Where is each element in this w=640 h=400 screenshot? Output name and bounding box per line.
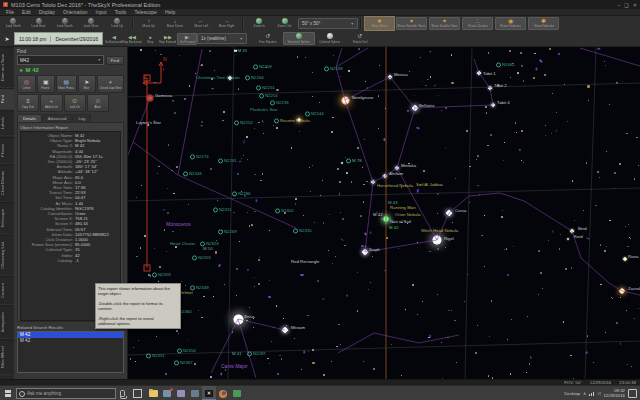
menu-display[interactable]: Display: [35, 9, 59, 15]
look-south-button[interactable]: Look South: [52, 16, 78, 31]
move-left-button[interactable]: ←Move Left: [188, 16, 214, 31]
start-button[interactable]: [0, 386, 16, 400]
look-north-button[interactable]: Look North: [0, 16, 26, 31]
app-icon-2[interactable]: [174, 386, 188, 400]
sidetab-labels[interactable]: Labels: [0, 110, 14, 136]
theskyx-taskbar-icon[interactable]: ✕: [202, 386, 216, 400]
related-results-list[interactable]: M 42M 42: [17, 331, 124, 373]
app-icon-3[interactable]: [188, 386, 202, 400]
step-forward-button[interactable]: ▶▶Step Forward: [159, 33, 177, 45]
sidetab-telescope[interactable]: Telescope: [0, 202, 14, 235]
show-galaxies-toggle[interactable]: ◉Show Galaxies: [495, 17, 526, 30]
sidetab-chart-elemts[interactable]: Chart Elemts: [0, 164, 14, 202]
add-to-list-button[interactable]: +Add to List: [40, 94, 62, 112]
step-backward-button[interactable]: ◀◀Step Backward: [123, 33, 141, 45]
slew-button[interactable]: ➤Slew: [78, 75, 97, 93]
sidetab-observing-list[interactable]: Observing List: [0, 235, 14, 276]
abort-button[interactable]: ⊘Abort: [87, 94, 109, 112]
look-up-button[interactable]: Look Up: [104, 16, 130, 31]
speaker-icon[interactable]: ◁: [597, 391, 600, 396]
app-icon-1[interactable]: [160, 386, 174, 400]
tray-chevron-icon[interactable]: ∧: [583, 391, 586, 396]
go-backward-button[interactable]: ◀Go Backward: [105, 33, 123, 45]
chevron-down-icon: ▼: [240, 37, 243, 41]
show-clusters-toggle[interactable]: ∴Show Clusters: [462, 17, 493, 30]
firefox-icon[interactable]: [216, 386, 230, 400]
tab-advanced[interactable]: Advanced: [42, 114, 73, 122]
chart-label-n2286: N2286: [232, 191, 251, 196]
chart-status-button[interactable]: ➤: [2, 33, 12, 44]
chart-label-m-50: M 50: [203, 247, 213, 252]
task-view-button[interactable]: [133, 389, 142, 398]
go-forward-button[interactable]: ▶Go Forward: [177, 33, 197, 45]
menu-input[interactable]: Input: [92, 9, 111, 15]
chart-label-n1662: N1662: [496, 62, 515, 67]
stop-button[interactable]: ●Stop: [141, 33, 159, 45]
rotate-tool-button[interactable]: ↺Rotate Tool: [345, 32, 375, 45]
tab-log[interactable]: Log: [72, 114, 91, 122]
terrestrial-sphere-button[interactable]: Terrestrial Sphere: [283, 32, 315, 45]
related-result-item[interactable]: M 42: [18, 338, 123, 344]
menu-help[interactable]: Help: [161, 9, 179, 15]
menu-file[interactable]: File: [2, 9, 18, 15]
menu-telescope[interactable]: Telescope: [130, 9, 161, 15]
chart-label-plaskett-s-star: Plaskett's Star: [250, 108, 277, 113]
copy-text-button[interactable]: ≡Copy Text: [17, 94, 39, 112]
tab-details[interactable]: Details: [17, 114, 42, 122]
move-up-button[interactable]: ↑Move Up: [136, 16, 162, 31]
file-explorer-icon[interactable]: [146, 386, 160, 400]
chart-label-m-42: M 42: [373, 213, 383, 218]
menu-orientation[interactable]: Orientation: [59, 9, 91, 15]
lock-on-button[interactable]: ⊙Lock On: [64, 94, 86, 112]
celestial-sphere-button[interactable]: Celestial Sphere: [315, 32, 345, 45]
sidetab-date-and-time[interactable]: Date and Time: [0, 47, 14, 88]
close-button[interactable]: ✕: [633, 2, 637, 8]
move-right-button[interactable]: →Move Right: [214, 16, 240, 31]
chart-label-heart-cluster: Heart Cluster: [170, 242, 195, 247]
closed-loop-slew-button[interactable]: ⌖Closed Loop Slew: [97, 75, 124, 93]
target-name: M 42: [25, 67, 38, 73]
dso-marker-icon: [213, 207, 218, 212]
sidetab-camera[interactable]: Camera: [0, 276, 14, 305]
chart-label-horsehead-nebula: Horsehead Nebula: [377, 184, 413, 189]
zoom-out-button[interactable]: Zoom Out: [272, 16, 298, 31]
fov-select[interactable]: 50° x 50°▼: [298, 18, 358, 29]
sidetab-autoguider[interactable]: Autoguider: [0, 305, 14, 339]
taskbar-clock[interactable]: 09:32 12/29/2016: [603, 389, 625, 398]
sidetab-filter-wheel[interactable]: Filter Wheel: [0, 339, 14, 375]
zoom-in-button[interactable]: Zoom In: [246, 16, 272, 31]
center-button[interactable]: ◎Center: [17, 75, 36, 93]
search-input[interactable]: M42 ▼: [17, 55, 104, 65]
find-button[interactable]: Find: [106, 56, 124, 65]
network-icon[interactable]: [589, 391, 594, 396]
show-nebulas-toggle[interactable]: ✱Show Nebulas: [528, 17, 559, 30]
chevron-down-icon[interactable]: ▼: [97, 58, 100, 62]
desktop-label[interactable]: Desktop: [564, 391, 580, 396]
sky-chart[interactable]: NE M 35N2169N2259Christmas Tree ClusterN…: [128, 47, 640, 379]
time-rate-select[interactable]: 1x (realtime)▼: [197, 33, 247, 44]
sidetab-find[interactable]: Find: [0, 88, 14, 110]
cortana-search-input[interactable]: Ask me anything: [16, 388, 116, 399]
microphone-icon[interactable]: [120, 390, 125, 397]
sidetab-photos[interactable]: Photos: [0, 137, 14, 164]
show-stars-toggle[interactable]: ★Show Stars: [364, 16, 395, 31]
free-rotation-button[interactable]: ↺Free Rotation: [253, 32, 283, 45]
chart-label-n2236: N2236: [270, 100, 289, 105]
move-down-button[interactable]: ↓Move Down: [162, 16, 188, 31]
show-double-stars-toggle[interactable]: ✦Show Double Stars: [429, 17, 460, 30]
menu-edit[interactable]: Edit: [18, 9, 35, 15]
menu-tools[interactable]: Tools: [111, 9, 131, 15]
dso-marker-icon: [234, 120, 239, 125]
frame-button[interactable]: ▣Frame: [37, 75, 56, 93]
time-display[interactable]: 11:00:18 pm December/29/2016: [14, 32, 103, 45]
show-photo--button[interactable]: ▤Show Photo+: [56, 75, 77, 93]
minimize-button[interactable]: –: [618, 2, 621, 8]
maximize-button[interactable]: ❑: [624, 2, 628, 8]
look-west-button[interactable]: Look West: [78, 16, 104, 31]
look-east-button[interactable]: Look East: [26, 16, 52, 31]
cortana-icon: [19, 391, 25, 397]
chart-label-n2259: N2259: [253, 64, 272, 69]
action-center-icon[interactable]: [628, 389, 637, 398]
show-variable-stars-toggle[interactable]: ✶Show Variable Stars: [396, 17, 427, 30]
app-icon-4[interactable]: [230, 386, 244, 400]
